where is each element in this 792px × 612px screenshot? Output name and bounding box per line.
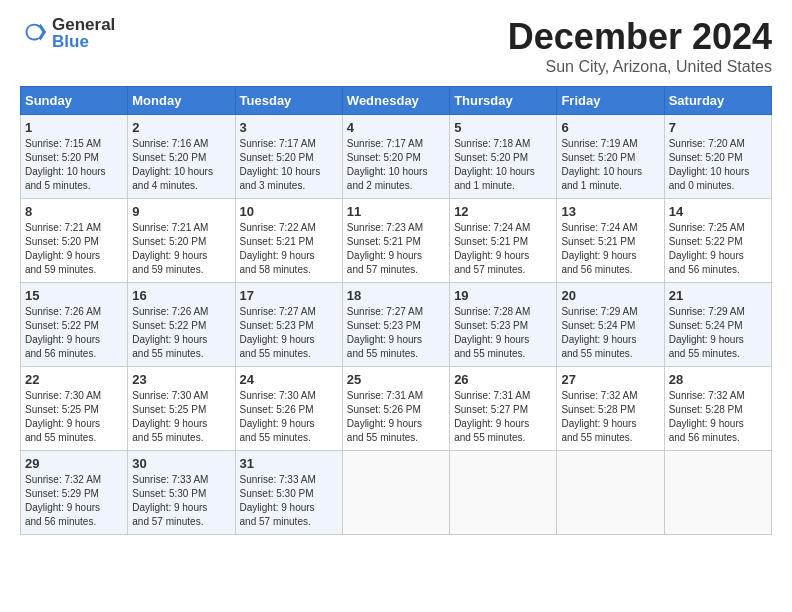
calendar-week-row: 15Sunrise: 7:26 AMSunset: 5:22 PMDayligh… xyxy=(21,283,772,367)
calendar-cell: 7Sunrise: 7:20 AMSunset: 5:20 PMDaylight… xyxy=(664,115,771,199)
logo-icon xyxy=(20,19,48,47)
day-number: 23 xyxy=(132,372,230,387)
day-info: Sunrise: 7:32 AMSunset: 5:28 PMDaylight:… xyxy=(561,390,637,443)
day-number: 17 xyxy=(240,288,338,303)
day-number: 3 xyxy=(240,120,338,135)
day-number: 21 xyxy=(669,288,767,303)
logo-blue: Blue xyxy=(52,32,89,51)
day-number: 27 xyxy=(561,372,659,387)
calendar-cell: 27Sunrise: 7:32 AMSunset: 5:28 PMDayligh… xyxy=(557,367,664,451)
day-info: Sunrise: 7:33 AMSunset: 5:30 PMDaylight:… xyxy=(132,474,208,527)
day-info: Sunrise: 7:24 AMSunset: 5:21 PMDaylight:… xyxy=(561,222,637,275)
day-number: 6 xyxy=(561,120,659,135)
calendar-cell: 26Sunrise: 7:31 AMSunset: 5:27 PMDayligh… xyxy=(450,367,557,451)
day-number: 13 xyxy=(561,204,659,219)
day-number: 10 xyxy=(240,204,338,219)
day-number: 7 xyxy=(669,120,767,135)
calendar-cell: 2Sunrise: 7:16 AMSunset: 5:20 PMDaylight… xyxy=(128,115,235,199)
calendar-cell: 31Sunrise: 7:33 AMSunset: 5:30 PMDayligh… xyxy=(235,451,342,535)
day-info: Sunrise: 7:23 AMSunset: 5:21 PMDaylight:… xyxy=(347,222,423,275)
calendar-week-row: 1Sunrise: 7:15 AMSunset: 5:20 PMDaylight… xyxy=(21,115,772,199)
logo-text: General Blue xyxy=(52,16,115,50)
header-day: Friday xyxy=(557,87,664,115)
calendar-cell xyxy=(557,451,664,535)
day-info: Sunrise: 7:31 AMSunset: 5:26 PMDaylight:… xyxy=(347,390,423,443)
day-number: 22 xyxy=(25,372,123,387)
calendar-cell: 11Sunrise: 7:23 AMSunset: 5:21 PMDayligh… xyxy=(342,199,449,283)
calendar-cell: 14Sunrise: 7:25 AMSunset: 5:22 PMDayligh… xyxy=(664,199,771,283)
header-day: Tuesday xyxy=(235,87,342,115)
day-number: 25 xyxy=(347,372,445,387)
svg-marker-0 xyxy=(39,24,46,41)
day-number: 16 xyxy=(132,288,230,303)
day-number: 9 xyxy=(132,204,230,219)
header-day: Thursday xyxy=(450,87,557,115)
calendar-cell: 4Sunrise: 7:17 AMSunset: 5:20 PMDaylight… xyxy=(342,115,449,199)
main-title: December 2024 xyxy=(508,16,772,58)
day-info: Sunrise: 7:27 AMSunset: 5:23 PMDaylight:… xyxy=(240,306,316,359)
day-number: 1 xyxy=(25,120,123,135)
calendar-cell: 13Sunrise: 7:24 AMSunset: 5:21 PMDayligh… xyxy=(557,199,664,283)
logo: General Blue xyxy=(20,16,115,50)
calendar-cell: 17Sunrise: 7:27 AMSunset: 5:23 PMDayligh… xyxy=(235,283,342,367)
header-day: Sunday xyxy=(21,87,128,115)
day-number: 30 xyxy=(132,456,230,471)
calendar-cell: 16Sunrise: 7:26 AMSunset: 5:22 PMDayligh… xyxy=(128,283,235,367)
day-number: 2 xyxy=(132,120,230,135)
day-info: Sunrise: 7:21 AMSunset: 5:20 PMDaylight:… xyxy=(132,222,208,275)
day-info: Sunrise: 7:30 AMSunset: 5:25 PMDaylight:… xyxy=(132,390,208,443)
calendar-cell: 28Sunrise: 7:32 AMSunset: 5:28 PMDayligh… xyxy=(664,367,771,451)
calendar-table: SundayMondayTuesdayWednesdayThursdayFrid… xyxy=(20,86,772,535)
day-number: 12 xyxy=(454,204,552,219)
day-number: 28 xyxy=(669,372,767,387)
calendar-cell: 24Sunrise: 7:30 AMSunset: 5:26 PMDayligh… xyxy=(235,367,342,451)
calendar-cell: 20Sunrise: 7:29 AMSunset: 5:24 PMDayligh… xyxy=(557,283,664,367)
title-area: December 2024 Sun City, Arizona, United … xyxy=(508,16,772,76)
day-info: Sunrise: 7:32 AMSunset: 5:29 PMDaylight:… xyxy=(25,474,101,527)
calendar-cell: 12Sunrise: 7:24 AMSunset: 5:21 PMDayligh… xyxy=(450,199,557,283)
day-info: Sunrise: 7:27 AMSunset: 5:23 PMDaylight:… xyxy=(347,306,423,359)
header-day: Wednesday xyxy=(342,87,449,115)
day-info: Sunrise: 7:26 AMSunset: 5:22 PMDaylight:… xyxy=(25,306,101,359)
day-info: Sunrise: 7:29 AMSunset: 5:24 PMDaylight:… xyxy=(561,306,637,359)
calendar-cell xyxy=(664,451,771,535)
calendar-cell: 10Sunrise: 7:22 AMSunset: 5:21 PMDayligh… xyxy=(235,199,342,283)
day-info: Sunrise: 7:31 AMSunset: 5:27 PMDaylight:… xyxy=(454,390,530,443)
day-number: 20 xyxy=(561,288,659,303)
calendar-cell xyxy=(342,451,449,535)
day-info: Sunrise: 7:33 AMSunset: 5:30 PMDaylight:… xyxy=(240,474,316,527)
calendar-week-row: 29Sunrise: 7:32 AMSunset: 5:29 PMDayligh… xyxy=(21,451,772,535)
calendar-cell: 5Sunrise: 7:18 AMSunset: 5:20 PMDaylight… xyxy=(450,115,557,199)
calendar-week-row: 22Sunrise: 7:30 AMSunset: 5:25 PMDayligh… xyxy=(21,367,772,451)
day-info: Sunrise: 7:16 AMSunset: 5:20 PMDaylight:… xyxy=(132,138,213,191)
calendar-cell: 9Sunrise: 7:21 AMSunset: 5:20 PMDaylight… xyxy=(128,199,235,283)
day-info: Sunrise: 7:17 AMSunset: 5:20 PMDaylight:… xyxy=(347,138,428,191)
calendar-week-row: 8Sunrise: 7:21 AMSunset: 5:20 PMDaylight… xyxy=(21,199,772,283)
day-number: 18 xyxy=(347,288,445,303)
header-row: SundayMondayTuesdayWednesdayThursdayFrid… xyxy=(21,87,772,115)
header-day: Monday xyxy=(128,87,235,115)
day-info: Sunrise: 7:30 AMSunset: 5:26 PMDaylight:… xyxy=(240,390,316,443)
calendar-cell: 1Sunrise: 7:15 AMSunset: 5:20 PMDaylight… xyxy=(21,115,128,199)
day-number: 29 xyxy=(25,456,123,471)
calendar-cell: 30Sunrise: 7:33 AMSunset: 5:30 PMDayligh… xyxy=(128,451,235,535)
calendar-cell: 29Sunrise: 7:32 AMSunset: 5:29 PMDayligh… xyxy=(21,451,128,535)
day-number: 24 xyxy=(240,372,338,387)
day-number: 5 xyxy=(454,120,552,135)
header: General Blue December 2024 Sun City, Ari… xyxy=(20,16,772,76)
day-info: Sunrise: 7:28 AMSunset: 5:23 PMDaylight:… xyxy=(454,306,530,359)
calendar-cell: 8Sunrise: 7:21 AMSunset: 5:20 PMDaylight… xyxy=(21,199,128,283)
day-number: 14 xyxy=(669,204,767,219)
day-info: Sunrise: 7:19 AMSunset: 5:20 PMDaylight:… xyxy=(561,138,642,191)
day-number: 26 xyxy=(454,372,552,387)
day-info: Sunrise: 7:18 AMSunset: 5:20 PMDaylight:… xyxy=(454,138,535,191)
day-info: Sunrise: 7:15 AMSunset: 5:20 PMDaylight:… xyxy=(25,138,106,191)
day-info: Sunrise: 7:25 AMSunset: 5:22 PMDaylight:… xyxy=(669,222,745,275)
day-number: 4 xyxy=(347,120,445,135)
day-info: Sunrise: 7:20 AMSunset: 5:20 PMDaylight:… xyxy=(669,138,750,191)
calendar-cell: 25Sunrise: 7:31 AMSunset: 5:26 PMDayligh… xyxy=(342,367,449,451)
header-day: Saturday xyxy=(664,87,771,115)
calendar-cell: 6Sunrise: 7:19 AMSunset: 5:20 PMDaylight… xyxy=(557,115,664,199)
calendar-cell: 19Sunrise: 7:28 AMSunset: 5:23 PMDayligh… xyxy=(450,283,557,367)
day-info: Sunrise: 7:26 AMSunset: 5:22 PMDaylight:… xyxy=(132,306,208,359)
